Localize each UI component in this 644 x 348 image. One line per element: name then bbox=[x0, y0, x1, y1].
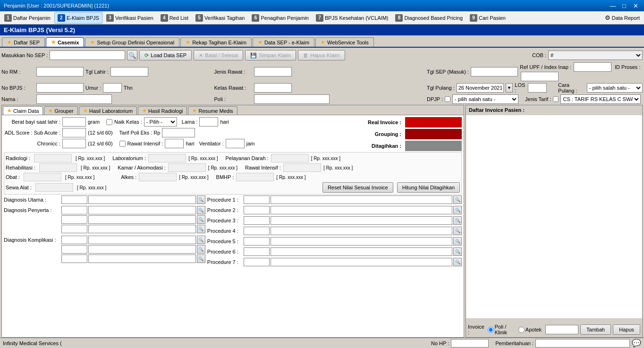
rawat-intensif-input[interactable] bbox=[165, 139, 184, 148]
rawat-intensif-cost-input[interactable] bbox=[283, 163, 321, 172]
obat-input[interactable] bbox=[24, 173, 61, 181]
proc4-code[interactable] bbox=[244, 227, 270, 235]
diag-utama-search-button[interactable]: 🔍 bbox=[197, 195, 205, 204]
pemberitahuan-input[interactable] bbox=[535, 339, 630, 348]
tab-hasil-lab[interactable]: ★ Hasil Laboratorium bbox=[79, 106, 137, 115]
apotek-radio-label[interactable]: Apotek bbox=[518, 327, 542, 333]
diag-penyerta-search-3[interactable]: 🔍 bbox=[197, 225, 205, 233]
kelas-rawat-input[interactable] bbox=[254, 83, 292, 93]
proc6-name[interactable] bbox=[271, 247, 452, 256]
diag-utama-code[interactable] bbox=[61, 195, 87, 204]
no-hp-input[interactable] bbox=[451, 339, 489, 348]
tgl-lahir-input[interactable] bbox=[110, 67, 148, 76]
tgl-pulang-calendar-button[interactable]: ▼ bbox=[506, 83, 513, 93]
proc3-code[interactable] bbox=[244, 216, 270, 225]
naik-kelas-checkbox[interactable] bbox=[106, 119, 112, 125]
diag-penyerta-name-2[interactable] bbox=[88, 215, 196, 224]
no-bpjs-input[interactable] bbox=[36, 83, 84, 93]
chronic-input[interactable] bbox=[62, 139, 86, 148]
tab-resume-medis[interactable]: ★ Resume Medis bbox=[188, 106, 237, 115]
menu-eklaim-bpjs[interactable]: 2 E-Klaim BPJS bbox=[54, 12, 102, 24]
minimize-button[interactable]: — bbox=[608, 1, 618, 10]
menu-verifikasi-pasien[interactable]: 3 Verifikasi Pasien bbox=[103, 12, 157, 24]
diag-penyerta-search-2[interactable]: 🔍 bbox=[197, 215, 205, 224]
menu-red-list[interactable]: 4 Red List bbox=[157, 12, 192, 24]
hapus-invoice-button[interactable]: Hapus bbox=[613, 324, 640, 335]
adl-input[interactable] bbox=[62, 128, 86, 137]
menu-verifikasi-tagihan[interactable]: 5 Verifikasi Tagihan bbox=[192, 12, 248, 24]
sep-search-button[interactable]: 🔍 bbox=[127, 50, 137, 60]
diag-komplikasi-name-2[interactable] bbox=[88, 245, 196, 254]
menu-bpjs-kesehatan[interactable]: 7 BPJS Kesehatan (VCLAIM) bbox=[313, 12, 392, 24]
close-button[interactable]: ✕ bbox=[631, 1, 640, 10]
hitung-nilai-button[interactable]: Hitung Nilai Ditagihkan bbox=[397, 182, 460, 193]
ventilator-input[interactable] bbox=[226, 139, 245, 148]
diag-komplikasi-code-1[interactable] bbox=[61, 236, 87, 244]
sewa-alat-input[interactable] bbox=[35, 183, 73, 192]
jenis-rawat-input[interactable] bbox=[254, 67, 292, 76]
id-proses-input[interactable] bbox=[521, 72, 559, 81]
simpan-klaim-button[interactable]: 💾 Simpan Klaim bbox=[245, 50, 296, 60]
tab-setup-group[interactable]: ★ Setup Group Definisi Operasional bbox=[85, 37, 179, 47]
laboratorium-input[interactable] bbox=[148, 154, 186, 162]
batal-selesai-button[interactable]: ✕ Batal / Selesai bbox=[194, 50, 243, 60]
los-input[interactable] bbox=[528, 83, 547, 93]
lama-input[interactable] bbox=[199, 117, 218, 127]
tab-webservice[interactable]: ★ WebService Tools bbox=[315, 37, 374, 47]
tab-grouper[interactable]: ★ Grouper bbox=[44, 106, 77, 115]
menu-penagihan-penjamin[interactable]: 6 Penagihan Penjamin bbox=[248, 12, 312, 24]
proc7-name[interactable] bbox=[271, 258, 452, 266]
tgl-sep-input[interactable] bbox=[471, 67, 518, 76]
menu-diagnosed-pricing[interactable]: 8 Diagnosed Based Pricing bbox=[392, 12, 466, 24]
berat-bayi-input[interactable] bbox=[62, 117, 86, 127]
tab-rekap-tagihan[interactable]: ★ Rekap Tagihan E-Klaim bbox=[180, 37, 252, 47]
diag-penyerta-code-2[interactable] bbox=[61, 215, 87, 224]
nama-input[interactable] bbox=[36, 94, 112, 104]
menu-cari-pasien[interactable]: 9 Cari Pasien bbox=[466, 12, 509, 24]
naik-kelas-select[interactable]: - Pilih - bbox=[144, 117, 177, 127]
diag-penyerta-code-3[interactable] bbox=[61, 225, 87, 233]
diag-komplikasi-name-3[interactable] bbox=[88, 255, 196, 263]
tab-claim-data[interactable]: ★ Claim Data bbox=[3, 106, 43, 115]
radiologi-input[interactable] bbox=[34, 154, 72, 162]
apotek-radio[interactable] bbox=[518, 327, 525, 333]
proc7-code[interactable] bbox=[244, 258, 270, 266]
proc5-name[interactable] bbox=[271, 237, 452, 246]
rawat-intensif-checkbox[interactable] bbox=[119, 141, 126, 147]
diag-komplikasi-search-3[interactable]: 🔍 bbox=[197, 255, 205, 263]
load-data-sep-button[interactable]: ⟳ Load Data SEP bbox=[139, 50, 192, 60]
diag-penyerta-name-1[interactable] bbox=[88, 206, 196, 214]
cob-select[interactable]: # bbox=[548, 51, 643, 60]
maximize-button[interactable]: □ bbox=[619, 1, 629, 10]
diag-komplikasi-code-3[interactable] bbox=[61, 255, 87, 263]
sep-input[interactable] bbox=[50, 51, 125, 60]
proc5-code[interactable] bbox=[244, 237, 270, 246]
diag-utama-name[interactable] bbox=[88, 195, 196, 204]
menu-data-report[interactable]: ⚙ Data Report bbox=[602, 12, 643, 23]
proc4-name[interactable] bbox=[271, 227, 452, 235]
cara-pulang-select[interactable]: - pilih salah satu - bbox=[587, 83, 643, 93]
jenis-tarif-checkbox[interactable] bbox=[553, 96, 559, 102]
tambah-button[interactable]: Tambah bbox=[580, 324, 611, 335]
poli-input[interactable] bbox=[254, 94, 330, 104]
alkes-input[interactable] bbox=[139, 173, 177, 181]
diag-komplikasi-code-2[interactable] bbox=[61, 245, 87, 254]
pelayanan-darah-input[interactable] bbox=[271, 154, 309, 162]
diag-komplikasi-search-1[interactable]: 🔍 bbox=[197, 236, 205, 244]
tab-casemix[interactable]: ★ Casemix bbox=[46, 37, 84, 47]
tab-hasil-radiologi[interactable]: ★ Hasil Radiologi bbox=[138, 106, 187, 115]
poli-klinik-radio[interactable] bbox=[488, 327, 494, 333]
proc6-code[interactable] bbox=[244, 247, 270, 256]
invoice-text-input[interactable] bbox=[545, 325, 578, 334]
diag-penyerta-code-1[interactable] bbox=[61, 206, 87, 214]
tarif-poli-input[interactable] bbox=[162, 128, 195, 137]
proc2-name[interactable] bbox=[271, 206, 452, 214]
menu-daftar-penjamin[interactable]: 1 Daftar Penjamin bbox=[1, 12, 54, 24]
dpjp-checkbox[interactable] bbox=[445, 96, 450, 102]
diag-penyerta-search-1[interactable]: 🔍 bbox=[197, 206, 205, 214]
proc1-name[interactable] bbox=[271, 195, 452, 204]
kamar-input[interactable] bbox=[168, 163, 206, 172]
umur-input[interactable] bbox=[103, 83, 122, 93]
proc3-name[interactable] bbox=[271, 216, 452, 225]
proc2-code[interactable] bbox=[244, 206, 270, 214]
